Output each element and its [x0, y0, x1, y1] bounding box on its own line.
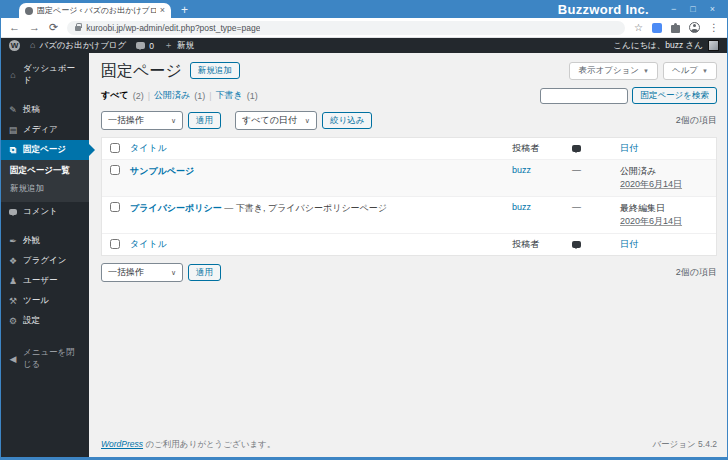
browser-tab[interactable]: 固定ページ ‹ バズのお出かけブログ — ×	[19, 3, 171, 18]
bulk-action-select[interactable]: 一括操作 ∨	[101, 111, 183, 130]
back-icon[interactable]: ←	[9, 22, 20, 33]
chevron-down-icon: ▼	[702, 68, 708, 74]
column-date-sort[interactable]: 日付	[620, 142, 708, 155]
sidebar-item-media[interactable]: ▤ メディア	[1, 120, 89, 140]
row-status: 公開済み	[620, 165, 708, 178]
posts-icon: ✎	[8, 106, 18, 115]
profile-avatar-icon[interactable]	[689, 22, 700, 33]
page-title: 固定ページ	[101, 61, 182, 80]
close-button[interactable]: ×	[710, 4, 715, 14]
plugins-icon: ❖	[8, 257, 18, 266]
admin-bar-account[interactable]: こんにちは、buzz さん	[613, 40, 719, 52]
browser-menu-icon[interactable]: ⋮	[709, 22, 719, 33]
sidebar-item-pages[interactable]: ⧉ 固定ページ	[1, 140, 89, 160]
search-input[interactable]	[540, 88, 628, 104]
extensions-puzzle-icon[interactable]	[671, 25, 680, 33]
submenu-item-add-new[interactable]: 新規追加	[1, 180, 89, 198]
screen-options-button[interactable]: 表示オプション ▼	[569, 62, 657, 80]
user-avatar	[708, 40, 719, 51]
extension-icon[interactable]	[652, 23, 662, 33]
table-row: プライバシーポリシー — 下書き, プライバシーポリシーページ buzz — 最…	[102, 197, 716, 234]
wp-admin-bar: W ⌂ バズのお出かけブログ 0 ＋ 新規 こんにちは、buzz さん	[1, 38, 727, 53]
media-icon: ▤	[8, 126, 18, 135]
sidebar-item-users[interactable]: ♟ ユーザー	[1, 271, 89, 291]
sidebar-item-settings[interactable]: ⚙ 設定	[1, 311, 89, 331]
wordpress-footer-link[interactable]: WordPress	[101, 439, 143, 449]
select-all-checkbox[interactable]	[110, 143, 120, 153]
column-author: 投稿者	[512, 142, 572, 155]
submenu-item-all-pages[interactable]: 固定ページ一覧	[1, 162, 89, 180]
chevron-down-icon: ▼	[643, 68, 649, 74]
admin-footer: WordPress のご利用ありがとうございます。 バージョン 5.4.2	[101, 435, 717, 453]
row-checkbox[interactable]	[110, 165, 120, 175]
plus-icon: ＋	[164, 41, 173, 50]
sidebar-item-posts[interactable]: ✎ 投稿	[1, 100, 89, 120]
sidebar-item-comments[interactable]: コメント	[1, 202, 89, 222]
maximize-button[interactable]: □	[690, 4, 695, 14]
wordpress-logo-icon[interactable]: W	[9, 40, 20, 51]
row-date: 2020年6月14日	[620, 179, 682, 189]
search-pages-button[interactable]: 固定ページを検索	[632, 87, 717, 104]
column-title-sort[interactable]: タイトル	[130, 238, 512, 251]
forward-icon[interactable]: →	[29, 22, 40, 33]
comment-count: 0	[149, 41, 154, 51]
admin-bar-comments-link[interactable]: 0	[136, 41, 154, 51]
comments-column-icon	[572, 145, 581, 152]
new-tab-button[interactable]: +	[181, 4, 188, 16]
page-url[interactable]: kuroobi.jp/wp-admin/edit.php?post_type=p…	[86, 23, 260, 33]
users-icon: ♟	[8, 277, 18, 286]
row-status: 最終編集日	[620, 202, 708, 215]
page-header-row: 固定ページ 新規追加 表示オプション ▼ ヘルプ ▼	[101, 61, 717, 80]
apply-button[interactable]: 適用	[188, 264, 221, 281]
table-footer-row: タイトル 投稿者 日付	[102, 234, 716, 255]
sidebar-item-plugins[interactable]: ❖ プラグイン	[1, 251, 89, 271]
filter-all-link[interactable]: すべて	[101, 89, 129, 102]
column-date-sort[interactable]: 日付	[620, 238, 708, 251]
items-count: 2個の項目	[676, 114, 717, 127]
admin-bar-new-link[interactable]: ＋ 新規	[164, 40, 194, 52]
reload-icon[interactable]: ⟳	[49, 22, 58, 33]
page-row-title-link[interactable]: プライバシーポリシー	[130, 203, 222, 213]
pages-icon: ⧉	[8, 146, 18, 155]
date-filter-select[interactable]: すべての日付 ∨	[235, 111, 317, 130]
author-link[interactable]: buzz	[512, 165, 531, 175]
bulk-action-select[interactable]: 一括操作 ∨	[101, 263, 183, 282]
collapse-menu-button[interactable]: ◀ メニューを閉じる	[1, 343, 89, 375]
select-all-checkbox[interactable]	[110, 239, 120, 249]
minimize-button[interactable]: −	[671, 4, 676, 14]
row-date: 2020年6月14日	[620, 216, 682, 226]
dashboard-icon: ⌂	[8, 71, 18, 80]
tab-close-icon[interactable]: ×	[160, 6, 165, 15]
search-box: 固定ページを検索	[540, 87, 717, 104]
tab-title: 固定ページ ‹ バズのお出かけブログ —	[37, 5, 156, 16]
column-title-sort[interactable]: タイトル	[130, 142, 512, 155]
add-new-button[interactable]: 新規追加	[190, 62, 240, 79]
filter-draft-link[interactable]: 下書き	[216, 89, 243, 102]
window-brand-title: Buzzword Inc.	[558, 2, 649, 17]
comment-count-value: —	[572, 165, 620, 175]
row-post-states: — 下書き, プライバシーポリシーページ	[224, 203, 387, 213]
row-checkbox[interactable]	[110, 202, 120, 212]
sidebar-item-appearance[interactable]: ✒ 外観	[1, 231, 89, 251]
admin-bar-site-link[interactable]: ⌂ バズのお出かけブログ	[30, 40, 126, 52]
browser-titlebar: 固定ページ ‹ バズのお出かけブログ — × + Buzzword Inc. −…	[1, 0, 727, 18]
apply-button[interactable]: 適用	[188, 112, 221, 129]
admin-content: 固定ページ 新規追加 表示オプション ▼ ヘルプ ▼ すべて (2) |	[89, 53, 727, 457]
settings-icon: ⚙	[8, 317, 18, 326]
sidebar-item-tools[interactable]: ⚒ ツール	[1, 291, 89, 311]
collapse-icon: ◀	[8, 355, 18, 364]
select-chevron-icon: ∨	[171, 269, 176, 277]
filter-button[interactable]: 絞り込み	[322, 112, 372, 129]
select-chevron-icon: ∨	[305, 117, 310, 125]
column-comments	[572, 240, 620, 250]
author-link[interactable]: buzz	[512, 202, 531, 212]
address-bar[interactable]: kuroobi.jp/wp-admin/edit.php?post_type=p…	[67, 21, 625, 35]
sidebar-item-dashboard[interactable]: ⌂ ダッシュボード	[1, 59, 89, 91]
comments-icon	[8, 208, 18, 217]
page-row-title-link[interactable]: サンプルページ	[130, 166, 194, 176]
new-label: 新規	[177, 40, 194, 52]
bookmark-star-icon[interactable]: ☆	[634, 22, 643, 33]
filter-published-link[interactable]: 公開済み	[154, 89, 190, 102]
filter-links-row: すべて (2) | 公開済み (1) | 下書き (1) 固定ページを検索	[101, 87, 717, 104]
help-button[interactable]: ヘルプ ▼	[663, 62, 717, 80]
